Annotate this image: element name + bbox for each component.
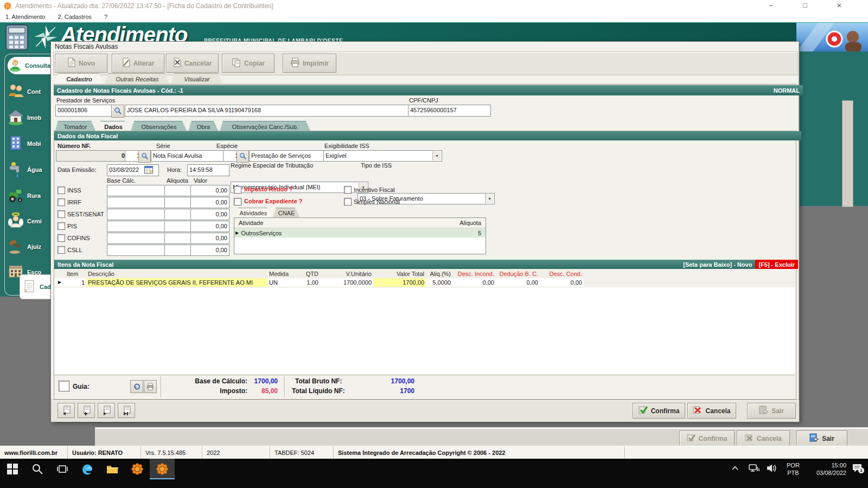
irrf-valor-input[interactable]: 0,00 [190,197,229,208]
pis-base-input[interactable] [107,221,168,232]
pis-checkbox[interactable] [58,222,65,230]
action-center-button[interactable]: 1 [852,463,863,474]
sest-senat-aliquota-input[interactable] [164,209,194,220]
cancelar-button[interactable]: Cancelar [166,54,219,73]
guia-checkbox[interactable] [59,381,69,391]
nav-first-button[interactable] [58,403,75,418]
sidebar-item-cemiterio[interactable]: Cemi [7,209,52,233]
simples-nacional-checkbox[interactable] [344,198,352,206]
outer-sair-button[interactable]: Sair [796,431,847,446]
calendar-icon[interactable] [144,165,153,175]
irrf-aliquota-input[interactable] [164,197,194,208]
cpf-input[interactable]: 45725960000157 [408,105,491,117]
fiorilli-app-button[interactable] [125,459,150,479]
network-icon[interactable] [749,464,760,474]
imprimir-button[interactable]: Imprimir [283,54,336,73]
sest-senat-checkbox[interactable] [58,210,65,218]
incentivo-fiscal-checkbox[interactable] [344,186,352,194]
irrf-checkbox[interactable] [58,198,65,206]
total-bruto-label: Total Bruto NF: [295,377,342,385]
sidebar-item-agua[interactable]: Água [7,158,52,182]
csll-base-input[interactable] [107,245,168,256]
numero-nf-input[interactable]: 0 [56,150,127,162]
prestador-codigo-input[interactable]: 000001806 [55,105,114,117]
cofins-checkbox[interactable] [58,234,65,242]
imposto-retido-checkbox[interactable] [234,186,241,194]
serie-search-button[interactable] [138,150,151,163]
copiar-button[interactable]: Copiar [222,54,275,73]
novo-button[interactable]: Novo [55,54,107,73]
cobrar-expediente-checkbox[interactable] [234,198,241,206]
inss-checkbox[interactable] [58,187,65,194]
prestador-search-button[interactable] [111,105,124,118]
outer-cancela-button[interactable]: Cancela [737,431,790,446]
sidebar-item-consulta[interactable]: Consulta [8,57,53,74]
nav-insert-button[interactable] [78,403,95,418]
taskbar-search-button[interactable] [25,459,50,479]
sidebar-item-mobiliario[interactable]: Mobi [7,132,52,156]
item-row[interactable]: ▶ 1 PRESTAÇÃO DE SERVIÇOS GERAIS II, FEF… [54,278,795,287]
menu-atendimento[interactable]: 1. Atendimento [0,12,50,20]
fiorilli-app-button-active[interactable] [150,459,175,479]
sidebar-item-imobiliario[interactable]: Imob [7,106,52,130]
language-indicator[interactable]: POR PTB [787,461,800,477]
hora-input[interactable]: 14:59:58 [187,164,229,176]
sidebar-item-ajuizamento[interactable]: Ajuiz [7,235,52,259]
tab-observacoes[interactable]: Observações [131,121,187,132]
inss-base-input[interactable] [107,185,168,196]
clock[interactable]: 15:00 03/08/2022 [807,461,846,477]
csll-valor-input[interactable]: 0,00 [190,245,229,256]
confirma-button[interactable]: Confirma [633,403,685,419]
maximize-button[interactable]: □ [797,0,813,12]
sidebar-item-rural[interactable]: Rura [7,184,52,208]
close-button[interactable]: × [831,0,847,12]
tray-expand-chevron-icon[interactable] [731,465,739,472]
tab-observacoes-canc-sub[interactable]: Observações Canc./Sub. [220,121,311,132]
exigibilidade-select[interactable]: Exigível ▼ [323,150,442,162]
tab-atividades[interactable]: Atividades [235,208,272,218]
irrf-base-input[interactable] [107,197,168,208]
csll-checkbox[interactable] [58,246,65,254]
especie-nome-input[interactable]: Prestação de Serviços [249,150,324,162]
pis-aliquota-input[interactable] [164,221,194,232]
refresh-guia-button[interactable] [130,380,143,393]
cofins-aliquota-input[interactable] [164,233,194,244]
serie-nome-input[interactable]: Nota Fiscal Avulsa [151,150,226,162]
tab-tomador[interactable]: Tomador [55,121,96,132]
menu-help[interactable]: ? [99,12,113,20]
minimize-button[interactable]: – [763,0,779,12]
task-view-button[interactable] [50,459,75,479]
print-guia-button[interactable] [144,380,157,393]
sest-senat-base-input[interactable] [107,209,168,220]
edge-browser-button[interactable] [75,459,100,479]
cancela-button[interactable]: Cancela [687,403,736,419]
pis-valor-input[interactable]: 0,00 [190,221,229,232]
inss-valor-input[interactable]: 0,00 [190,185,229,196]
tab-visualizar[interactable]: Visualizar [171,73,223,85]
inss-aliquota-input[interactable] [164,185,194,196]
nav-last-button[interactable] [118,403,135,418]
especie-search-button[interactable] [237,150,249,163]
alterar-button[interactable]: Alterar [112,54,164,73]
prestador-nome-input[interactable]: JOSE CARLOS PEREIRA DA SILVA 91190479168 [125,105,410,117]
tab-outras-receitas[interactable]: Outras Receitas [105,73,170,85]
menu-cadastros[interactable]: 2. Cadastros [52,12,97,20]
itens-grid-empty-area[interactable] [54,287,795,375]
vertical-scrollbar[interactable] [842,100,853,207]
start-button[interactable] [0,459,25,479]
cofins-valor-input[interactable]: 0,00 [190,233,229,244]
sidebar-item-contribuintes[interactable]: Cont [7,80,52,104]
outer-confirma-button[interactable]: Confirma [679,431,735,446]
file-explorer-button[interactable] [100,459,125,479]
csll-aliquota-input[interactable] [164,245,194,256]
tab-cadastro[interactable]: Cadastro [55,73,104,85]
nav-next-button[interactable] [98,403,115,418]
cell-descricao: PRESTAÇÃO DE SERVIÇOS GERAIS II, FEFEREN… [86,278,267,287]
speaker-icon[interactable] [766,464,777,474]
tab-obra[interactable]: Obra [188,121,219,132]
sest-senat-valor-input[interactable]: 0,00 [190,209,229,220]
sair-button[interactable]: Sair [747,403,796,419]
atividade-row[interactable]: ▶ OutrosServiços 5 [234,228,486,237]
tab-dados[interactable]: Dados [97,121,130,132]
cofins-base-input[interactable] [107,233,168,244]
